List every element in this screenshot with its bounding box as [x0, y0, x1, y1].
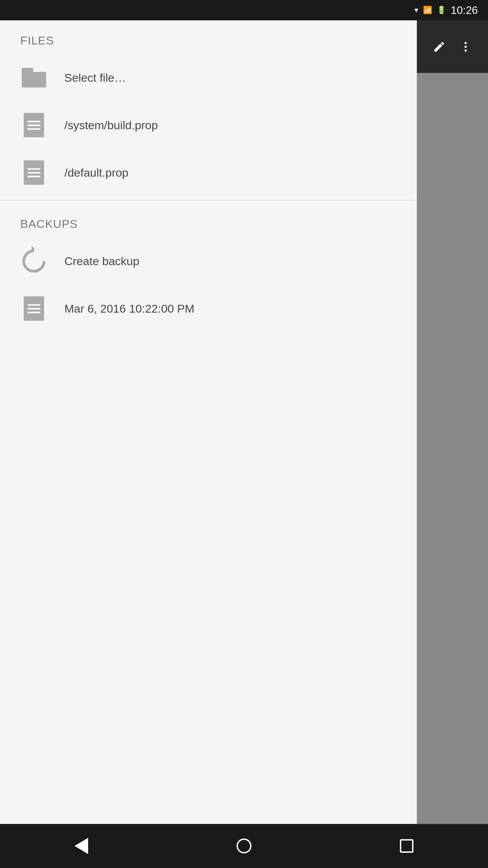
- doc-shape-1: [24, 113, 44, 137]
- refresh-icon-shape: [18, 245, 50, 277]
- doc-shape-2: [24, 160, 44, 185]
- files-title: Files: [20, 34, 54, 47]
- status-bar: ▾ 📶 🔋 10:26: [0, 0, 488, 20]
- backups-section-header: Backups: [0, 204, 417, 237]
- select-file-item[interactable]: Select file…: [0, 54, 417, 101]
- doc-icon-1: [20, 112, 47, 139]
- more-icon: [459, 40, 472, 53]
- status-time: 10:26: [451, 4, 478, 17]
- default-prop-item[interactable]: /default.prop: [0, 149, 417, 196]
- backup-entry-label: Mar 6, 2016 10:22:00 PM: [64, 302, 195, 315]
- doc-icon-2: [20, 159, 47, 186]
- files-section-header: Files: [0, 20, 417, 54]
- back-icon: [75, 838, 88, 854]
- svg-point-1: [465, 45, 467, 47]
- create-backup-label: Create backup: [64, 255, 139, 268]
- home-button[interactable]: [227, 832, 261, 860]
- folder-icon: [20, 64, 47, 91]
- backup-entry-item[interactable]: Mar 6, 2016 10:22:00 PM: [0, 285, 417, 332]
- main-panel: Files Select file… /system/build.prop /: [0, 20, 417, 824]
- select-file-label: Select file…: [64, 71, 126, 84]
- status-bar-right: ▾ 📶 🔋 10:26: [414, 4, 478, 17]
- battery-icon: 🔋: [437, 6, 446, 15]
- system-build-prop-item[interactable]: /system/build.prop: [0, 101, 417, 149]
- backups-title: Backups: [20, 217, 78, 230]
- create-backup-item[interactable]: Create backup: [0, 237, 417, 285]
- right-overlay: [417, 73, 488, 824]
- svg-point-0: [465, 42, 467, 44]
- system-build-prop-label: /system/build.prop: [64, 119, 158, 132]
- default-prop-label: /default.prop: [64, 166, 128, 179]
- section-divider: [0, 200, 417, 200]
- edit-icon: [433, 40, 446, 53]
- bottom-nav-bar: [0, 824, 488, 868]
- doc-shape-3: [24, 296, 44, 321]
- svg-point-2: [465, 49, 467, 51]
- recent-apps-button[interactable]: [390, 832, 424, 860]
- home-icon: [237, 839, 251, 853]
- action-bar: [417, 20, 488, 73]
- more-options-button[interactable]: [459, 40, 472, 53]
- recent-icon: [400, 839, 413, 853]
- back-button[interactable]: [64, 832, 98, 860]
- edit-button[interactable]: [433, 40, 446, 53]
- signal-icon: 📶: [423, 6, 432, 15]
- refresh-icon: [20, 248, 47, 275]
- wifi-icon: ▾: [414, 6, 418, 15]
- doc-icon-3: [20, 295, 47, 322]
- folder-icon-shape: [22, 68, 46, 87]
